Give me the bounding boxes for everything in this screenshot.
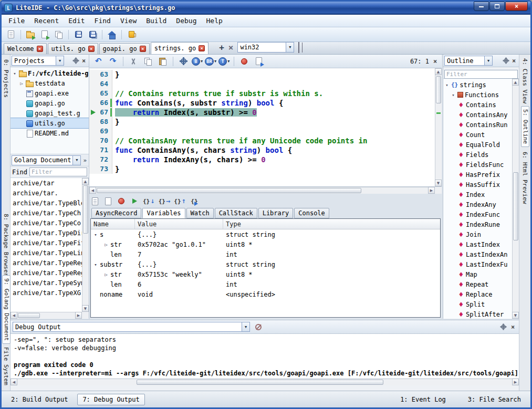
outline-root-item[interactable]: ▾{}strings [443,80,512,90]
doc-list-item[interactable]: archive/tar.TypeSym [11,278,82,288]
debug-tab[interactable]: CallStack [215,208,257,218]
debug-tab[interactable]: Library [258,208,294,218]
step-into-button[interactable]: {}↓ [143,196,155,206]
doc-list-item[interactable]: archive/tar.TypeReg [11,268,82,278]
build-button[interactable]: B▼ [192,55,203,68]
outline-function-item[interactable]: ♦SplitAfter [443,309,512,319]
code-line[interactable]: 67 return Index(s, substr) >= 0 [89,108,435,117]
outline-function-item[interactable]: ♦ContainsAny [443,110,512,120]
outline-function-item[interactable]: ♦IndexAny [443,200,512,209]
scrollbar-thumb[interactable] [436,76,441,103]
editor-tab[interactable]: Welcome× [4,43,47,54]
outline-function-item[interactable]: ♦HasPrefix [443,170,512,180]
editor-close-icon[interactable]: × [431,57,439,65]
menu-item-build[interactable]: Build [141,16,171,26]
status-toggle-button[interactable]: 3: File Search [463,394,526,405]
scroll-left-icon[interactable]: ◀ [89,187,96,194]
redo-button[interactable]: ↷ [107,55,119,68]
scroll-right-icon[interactable]: ▶ [428,187,435,194]
panel-close-icon[interactable]: × [509,323,517,331]
outline-function-item[interactable]: ♦ContainsRun [443,120,512,130]
doc-list-vscrollbar[interactable]: ▲ ▼ [82,178,89,312]
undo-button[interactable]: ↶ [92,55,105,68]
tab-close-icon[interactable]: × [199,45,205,51]
tab-close-icon[interactable]: × [140,46,146,52]
side-tab[interactable]: 0: Projects [2,57,9,100]
tree-expander-icon[interactable]: ▷ [19,81,24,86]
new-tab-button[interactable]: + [219,43,224,53]
column-header[interactable]: Name [91,219,135,229]
tree-item[interactable]: ▾F:/vfc/liteide-g [11,68,89,78]
code-line[interactable]: 66func Contains(s, substr string) bool { [89,98,435,108]
code-line[interactable]: 71func ContainsAny(s, chars string) bool… [89,145,435,155]
status-toggle-button[interactable]: 7: Debug Output [77,394,144,405]
tree-expander-icon[interactable]: ▾ [451,92,456,98]
tree-expander-icon[interactable]: ▾ [12,71,17,76]
outline-function-item[interactable]: ♦LastIndexFu [443,259,512,269]
side-tab[interactable]: 4: Class View [521,56,528,106]
tree-item[interactable]: ▷testdata [11,78,89,88]
copy-button[interactable] [142,55,154,68]
doc-filter-input[interactable] [29,167,87,176]
scroll-down-icon[interactable]: ▼ [512,312,519,319]
doc-list-item[interactable]: archive/tar.TypeCo [11,218,82,228]
outline-function-item[interactable]: ♦Index [443,190,512,200]
tree-item[interactable]: README.md [11,128,89,138]
code-line[interactable]: 72 return IndexAny(s, chars) >= 0 [89,155,435,164]
side-tab[interactable]: 8: Package Browser [2,211,9,279]
debug-tab[interactable]: AsyncRecord [91,208,141,218]
column-header[interactable]: Type [223,219,440,229]
code-line[interactable]: 65// Contains returns true if substr is … [89,89,435,98]
minimize-button[interactable] [474,2,489,11]
titlebar[interactable]: L LiteIDE - C:\Go\src\pkg\strings\string… [2,2,530,15]
tab-close-icon[interactable]: × [37,46,43,52]
export-button[interactable] [253,55,265,68]
row-expander-icon[interactable]: ▷ [103,272,109,277]
menu-item-file[interactable]: File [4,16,29,26]
debug-output-hscrollbar[interactable]: ◀ ▶ [11,379,519,385]
editor-vscrollbar[interactable]: ▲ ▼ [435,68,442,186]
open-file-button[interactable] [38,28,51,41]
outline-function-item[interactable]: ♦Count [443,130,512,140]
paste-button[interactable] [157,55,169,68]
debug-log-button[interactable] [90,196,100,206]
row-expander-icon[interactable]: ▾ [93,262,98,267]
gear-icon[interactable] [501,324,506,329]
side-tab[interactable]: 9: Golang Document [2,275,11,344]
outline-vscrollbar[interactable]: ▲ ▼ [512,79,519,319]
outline-function-item[interactable]: ♦EqualFold [443,140,512,150]
chevron-down-icon[interactable]: ▼ [56,56,64,65]
tree-item[interactable]: goapi.exe [11,88,89,98]
doc-list-item[interactable]: archive/tar.TypeReg [11,258,82,268]
scroll-up-icon[interactable]: ▲ [435,68,442,75]
menu-item-view[interactable]: View [116,16,141,26]
row-expander-icon[interactable]: ▾ [93,232,98,237]
side-tab[interactable]: 5: Outline [521,106,529,147]
gear-icon[interactable] [504,58,508,63]
save-file-button[interactable] [72,28,85,41]
doc-list-item[interactable]: archive/tar [11,179,82,188]
outline-function-item[interactable]: ♦Join [443,229,512,239]
target-combo[interactable]: win32 ▼ [237,42,294,53]
save-all-button[interactable] [86,28,99,41]
outline-combo[interactable]: Outline ▼ [444,56,493,66]
clear-output-icon[interactable] [255,324,262,330]
debug-tab[interactable]: Variables [142,208,185,218]
maximize-button[interactable] [489,2,505,11]
step-out-button[interactable]: {}↑ [174,196,186,206]
tree-expander-icon[interactable]: ▾ [444,82,450,88]
test-button[interactable]: T▼ [218,55,230,68]
close-tab-button[interactable]: × [228,43,234,53]
code-line[interactable]: 69 [89,127,435,136]
outline-function-item[interactable]: ♦Repeat [443,279,512,289]
doc-list-item[interactable]: archive/tar.TypeFifo [11,238,82,248]
tab-close-icon[interactable]: × [88,46,95,52]
scroll-down-icon[interactable]: ▼ [435,180,442,186]
scrollbar-thumb[interactable] [137,380,383,385]
doc-list-hscrollbar[interactable]: ◀ ▶ [11,312,82,319]
debug-button[interactable] [238,55,251,68]
outline-function-item[interactable]: ♦LastIndexAn [443,249,512,259]
projects-combo[interactable]: Projects ▼ [12,56,64,66]
outline-function-item[interactable]: ♦Map [443,269,512,279]
doc-combo[interactable]: Golang Document ▼ [12,155,81,165]
